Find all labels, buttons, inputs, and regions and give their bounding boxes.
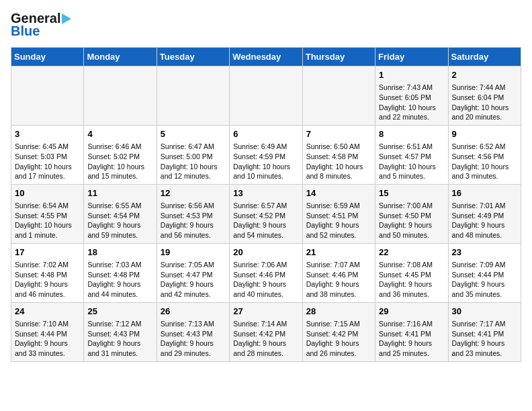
- day-number: 25: [87, 306, 152, 318]
- day-number: 9: [452, 128, 517, 140]
- day-info: Sunrise: 6:52 AM Sunset: 4:56 PM Dayligh…: [452, 142, 517, 181]
- col-header-tuesday: Tuesday: [157, 48, 229, 66]
- day-number: 22: [379, 246, 444, 259]
- calendar-cell: 17Sunrise: 7:02 AM Sunset: 4:48 PM Dayli…: [11, 243, 84, 302]
- calendar-table: SundayMondayTuesdayWednesdayThursdayFrid…: [11, 47, 521, 362]
- day-number: 8: [379, 128, 444, 140]
- logo-blue: Blue: [11, 24, 40, 39]
- day-number: 13: [233, 187, 298, 199]
- day-info: Sunrise: 6:59 AM Sunset: 4:51 PM Dayligh…: [306, 201, 371, 240]
- calendar-cell: 6Sunrise: 6:49 AM Sunset: 4:59 PM Daylig…: [230, 125, 302, 184]
- day-number: 27: [233, 306, 298, 318]
- calendar-cell: [230, 66, 302, 126]
- day-number: 17: [15, 246, 80, 259]
- col-header-sunday: Sunday: [11, 48, 84, 66]
- day-info: Sunrise: 6:54 AM Sunset: 4:55 PM Dayligh…: [15, 201, 80, 240]
- day-number: 6: [233, 128, 298, 140]
- day-info: Sunrise: 7:01 AM Sunset: 4:49 PM Dayligh…: [452, 201, 517, 240]
- day-info: Sunrise: 7:00 AM Sunset: 4:50 PM Dayligh…: [379, 201, 444, 240]
- calendar-cell: 27Sunrise: 7:14 AM Sunset: 4:42 PM Dayli…: [230, 302, 302, 361]
- day-info: Sunrise: 7:16 AM Sunset: 4:41 PM Dayligh…: [379, 319, 444, 359]
- day-info: Sunrise: 6:56 AM Sunset: 4:53 PM Dayligh…: [161, 201, 226, 240]
- calendar-cell: 5Sunrise: 6:47 AM Sunset: 5:00 PM Daylig…: [157, 125, 229, 184]
- day-info: Sunrise: 7:12 AM Sunset: 4:43 PM Dayligh…: [87, 319, 152, 359]
- calendar-cell: 24Sunrise: 7:10 AM Sunset: 4:44 PM Dayli…: [11, 302, 84, 361]
- day-info: Sunrise: 7:44 AM Sunset: 6:04 PM Dayligh…: [452, 83, 517, 122]
- calendar-cell: 26Sunrise: 7:13 AM Sunset: 4:43 PM Dayli…: [157, 302, 229, 361]
- calendar-cell: 28Sunrise: 7:15 AM Sunset: 4:42 PM Dayli…: [302, 302, 375, 361]
- day-number: 18: [87, 246, 152, 259]
- day-number: 16: [452, 187, 517, 199]
- day-number: 19: [161, 246, 226, 259]
- day-number: 7: [306, 128, 371, 140]
- day-number: 14: [306, 187, 371, 199]
- day-info: Sunrise: 7:06 AM Sunset: 4:46 PM Dayligh…: [233, 260, 298, 300]
- logo: General Blue: [11, 11, 71, 39]
- week-row-4: 17Sunrise: 7:02 AM Sunset: 4:48 PM Dayli…: [11, 243, 521, 302]
- calendar-cell: 19Sunrise: 7:05 AM Sunset: 4:47 PM Dayli…: [157, 243, 229, 302]
- calendar-cell: 10Sunrise: 6:54 AM Sunset: 4:55 PM Dayli…: [11, 184, 84, 243]
- calendar-cell: 12Sunrise: 6:56 AM Sunset: 4:53 PM Dayli…: [157, 184, 229, 243]
- day-number: 29: [379, 306, 444, 318]
- calendar-cell: 1Sunrise: 7:43 AM Sunset: 6:05 PM Daylig…: [375, 66, 448, 126]
- day-number: 15: [379, 187, 444, 199]
- day-info: Sunrise: 6:46 AM Sunset: 5:02 PM Dayligh…: [87, 142, 152, 181]
- day-number: 26: [161, 306, 226, 318]
- calendar-cell: 22Sunrise: 7:08 AM Sunset: 4:45 PM Dayli…: [375, 243, 448, 302]
- day-number: 23: [452, 246, 517, 259]
- day-info: Sunrise: 7:10 AM Sunset: 4:44 PM Dayligh…: [15, 319, 80, 359]
- day-info: Sunrise: 6:50 AM Sunset: 4:58 PM Dayligh…: [306, 142, 371, 181]
- day-info: Sunrise: 7:09 AM Sunset: 4:44 PM Dayligh…: [452, 260, 517, 300]
- day-info: Sunrise: 6:57 AM Sunset: 4:52 PM Dayligh…: [233, 201, 298, 240]
- day-number: 10: [15, 187, 80, 199]
- calendar-cell: 8Sunrise: 6:51 AM Sunset: 4:57 PM Daylig…: [375, 125, 448, 184]
- calendar-cell: 4Sunrise: 6:46 AM Sunset: 5:02 PM Daylig…: [84, 125, 157, 184]
- calendar-cell: 21Sunrise: 7:07 AM Sunset: 4:46 PM Dayli…: [302, 243, 375, 302]
- calendar-cell: 13Sunrise: 6:57 AM Sunset: 4:52 PM Dayli…: [230, 184, 302, 243]
- day-number: 30: [452, 306, 517, 318]
- day-number: 20: [233, 246, 298, 259]
- calendar-header-row: SundayMondayTuesdayWednesdayThursdayFrid…: [11, 48, 521, 66]
- calendar-cell: 14Sunrise: 6:59 AM Sunset: 4:51 PM Dayli…: [302, 184, 375, 243]
- calendar-cell: 2Sunrise: 7:44 AM Sunset: 6:04 PM Daylig…: [448, 66, 521, 126]
- week-row-5: 24Sunrise: 7:10 AM Sunset: 4:44 PM Dayli…: [11, 302, 521, 361]
- col-header-wednesday: Wednesday: [230, 48, 302, 66]
- col-header-thursday: Thursday: [302, 48, 375, 66]
- day-number: 1: [379, 69, 444, 81]
- calendar-cell: 7Sunrise: 6:50 AM Sunset: 4:58 PM Daylig…: [302, 125, 375, 184]
- calendar-cell: 29Sunrise: 7:16 AM Sunset: 4:41 PM Dayli…: [375, 302, 448, 361]
- calendar-cell: 3Sunrise: 6:45 AM Sunset: 5:03 PM Daylig…: [11, 125, 84, 184]
- logo-arrow-icon: [62, 13, 71, 24]
- calendar-cell: 23Sunrise: 7:09 AM Sunset: 4:44 PM Dayli…: [448, 243, 521, 302]
- day-info: Sunrise: 7:14 AM Sunset: 4:42 PM Dayligh…: [233, 319, 298, 359]
- day-info: Sunrise: 7:15 AM Sunset: 4:42 PM Dayligh…: [306, 319, 371, 359]
- col-header-saturday: Saturday: [448, 48, 521, 66]
- day-info: Sunrise: 7:08 AM Sunset: 4:45 PM Dayligh…: [379, 260, 444, 300]
- calendar-cell: 11Sunrise: 6:55 AM Sunset: 4:54 PM Dayli…: [84, 184, 157, 243]
- col-header-friday: Friday: [375, 48, 448, 66]
- calendar-cell: 30Sunrise: 7:17 AM Sunset: 4:41 PM Dayli…: [448, 302, 521, 361]
- calendar-cell: 18Sunrise: 7:03 AM Sunset: 4:48 PM Dayli…: [84, 243, 157, 302]
- day-number: 21: [306, 246, 371, 259]
- calendar-cell: [157, 66, 229, 126]
- day-info: Sunrise: 7:03 AM Sunset: 4:48 PM Dayligh…: [87, 260, 152, 300]
- day-number: 4: [87, 128, 152, 140]
- calendar-cell: [302, 66, 375, 126]
- calendar-cell: 25Sunrise: 7:12 AM Sunset: 4:43 PM Dayli…: [84, 302, 157, 361]
- day-info: Sunrise: 7:43 AM Sunset: 6:05 PM Dayligh…: [379, 83, 444, 122]
- day-info: Sunrise: 7:13 AM Sunset: 4:43 PM Dayligh…: [161, 319, 226, 359]
- col-header-monday: Monday: [84, 48, 157, 66]
- week-row-2: 3Sunrise: 6:45 AM Sunset: 5:03 PM Daylig…: [11, 125, 521, 184]
- day-number: 5: [161, 128, 226, 140]
- week-row-1: 1Sunrise: 7:43 AM Sunset: 6:05 PM Daylig…: [11, 66, 521, 126]
- calendar-cell: [11, 66, 84, 126]
- day-number: 24: [15, 306, 80, 318]
- day-info: Sunrise: 6:47 AM Sunset: 5:00 PM Dayligh…: [161, 142, 226, 181]
- day-info: Sunrise: 6:49 AM Sunset: 4:59 PM Dayligh…: [233, 142, 298, 181]
- calendar-cell: 9Sunrise: 6:52 AM Sunset: 4:56 PM Daylig…: [448, 125, 521, 184]
- day-info: Sunrise: 7:05 AM Sunset: 4:47 PM Dayligh…: [161, 260, 226, 300]
- day-info: Sunrise: 6:45 AM Sunset: 5:03 PM Dayligh…: [15, 142, 80, 181]
- calendar-cell: 20Sunrise: 7:06 AM Sunset: 4:46 PM Dayli…: [230, 243, 302, 302]
- day-info: Sunrise: 6:51 AM Sunset: 4:57 PM Dayligh…: [379, 142, 444, 181]
- day-info: Sunrise: 6:55 AM Sunset: 4:54 PM Dayligh…: [87, 201, 152, 240]
